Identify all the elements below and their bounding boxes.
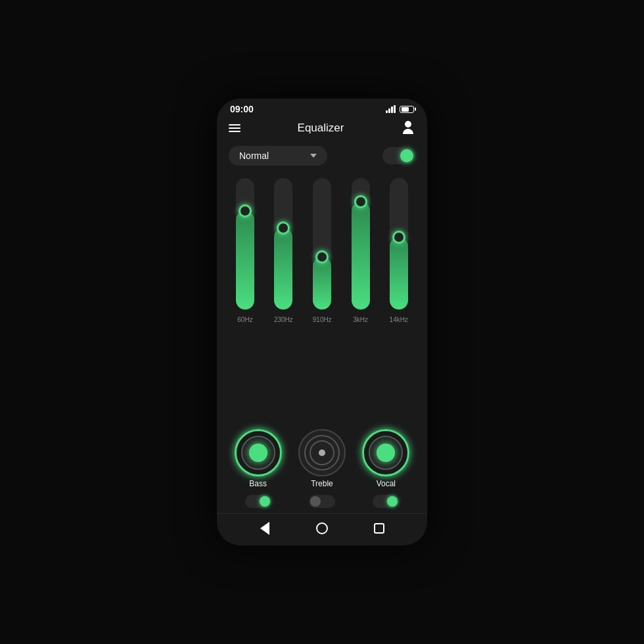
slider-thumb-230hz[interactable]	[277, 221, 290, 235]
slider-label-3khz: 3kHz	[353, 316, 368, 323]
preset-label: Normal	[239, 150, 304, 161]
vocal-knob[interactable]	[362, 429, 409, 476]
knobs-section: Bass Treble Vocal	[217, 423, 427, 492]
back-button[interactable]	[255, 520, 275, 536]
eq-enable-toggle[interactable]	[382, 147, 415, 164]
knob-col-vocal: Vocal	[362, 429, 409, 488]
slider-col-60hz: 60Hz	[236, 178, 254, 323]
slider-col-230hz: 230Hz	[274, 178, 293, 323]
bass-knob[interactable]	[235, 429, 282, 476]
status-bar: 09:00	[217, 99, 427, 117]
sliders-container: 60Hz 230Hz 910Hz	[226, 172, 418, 330]
page-title: Equalizer	[298, 122, 344, 135]
sliders-section: 60Hz 230Hz 910Hz	[217, 172, 427, 423]
recent-icon	[374, 523, 384, 534]
slider-thumb-910hz[interactable]	[315, 250, 329, 264]
slider-col-3khz: 3kHz	[352, 178, 370, 323]
toggle-knob	[400, 149, 413, 162]
bass-toggle[interactable]	[245, 495, 271, 508]
slider-col-910hz: 910Hz	[313, 178, 332, 323]
battery-icon	[400, 106, 414, 113]
knob-col-treble: Treble	[298, 429, 346, 488]
bass-label: Bass	[249, 479, 267, 488]
signal-icon	[386, 105, 396, 113]
recent-button[interactable]	[369, 520, 389, 536]
slider-label-230hz: 230Hz	[274, 316, 293, 323]
preset-row: Normal	[217, 142, 427, 172]
back-icon	[260, 522, 269, 535]
slider-thumb-3khz[interactable]	[354, 195, 367, 208]
slider-thumb-60hz[interactable]	[239, 204, 252, 218]
slider-col-14khz: 14kHz	[390, 178, 408, 323]
status-icons	[386, 105, 414, 113]
slider-track-3khz[interactable]	[352, 178, 370, 310]
vocal-label: Vocal	[377, 479, 396, 488]
slider-thumb-14khz[interactable]	[392, 231, 405, 244]
home-icon	[316, 522, 328, 534]
home-button[interactable]	[312, 520, 332, 536]
nav-bar	[217, 513, 427, 545]
treble-knob[interactable]	[298, 429, 346, 476]
menu-button[interactable]	[229, 124, 241, 132]
profile-button[interactable]	[401, 121, 415, 135]
vocal-toggle[interactable]	[373, 495, 399, 508]
slider-track-60hz[interactable]	[236, 178, 254, 310]
chevron-down-icon	[310, 154, 317, 158]
app-header: Equalizer	[217, 117, 427, 142]
treble-label: Treble	[311, 479, 333, 488]
slider-label-14khz: 14kHz	[390, 316, 408, 323]
slider-track-910hz[interactable]	[313, 178, 331, 310]
slider-track-14khz[interactable]	[390, 178, 408, 310]
preset-dropdown[interactable]: Normal	[229, 146, 327, 166]
phone-frame: 09:00 Equalizer No	[217, 99, 427, 545]
slider-track-230hz[interactable]	[274, 178, 292, 310]
slider-label-60hz: 60Hz	[237, 316, 252, 323]
knob-toggles	[217, 492, 427, 513]
status-time: 09:00	[230, 104, 254, 114]
treble-toggle[interactable]	[309, 495, 335, 508]
slider-label-910hz: 910Hz	[313, 316, 332, 323]
knob-col-bass: Bass	[235, 429, 282, 488]
